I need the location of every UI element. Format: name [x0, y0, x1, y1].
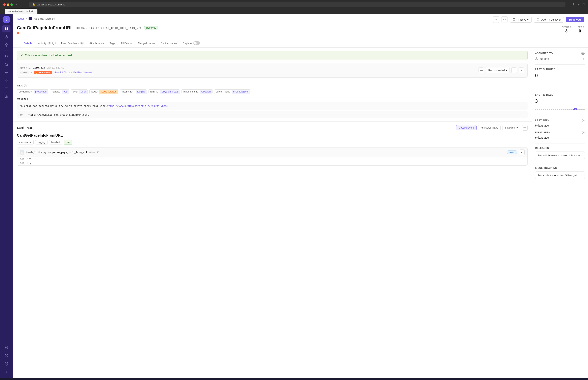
next-event-button[interactable]: ›	[519, 68, 524, 73]
event-id-row: Event ID: 1bb77229 Jan 10, 8:30 AM	[20, 66, 93, 69]
breadcrumb: Issues › D RSS-READER-14	[17, 17, 55, 20]
var-external-icon: ↗	[523, 114, 525, 116]
recommended-button[interactable]: Recommended ▾	[486, 68, 510, 73]
sidebar-icon-performance[interactable]	[2, 33, 10, 40]
tag-handled[interactable]: handled yes	[50, 90, 69, 94]
sidebar-icon-settings[interactable]	[2, 360, 10, 367]
newest-button[interactable]: ↕ Newest ▾	[502, 125, 520, 130]
sidebar-icon-releases[interactable]	[2, 41, 10, 49]
svg-rect-10	[5, 81, 6, 82]
prev-event-button[interactable]: ‹	[511, 68, 517, 73]
tag-runtime[interactable]: runtime CPython 3.12.1	[149, 90, 180, 94]
sidebar-icon-stats[interactable]	[2, 93, 10, 100]
chevron-down-icon: ▾	[517, 126, 518, 129]
svg-rect-3	[7, 29, 8, 30]
tab-details[interactable]: Details	[21, 39, 35, 47]
back-button[interactable]: ‹	[15, 2, 18, 7]
main-panel: ✓ This issue has been marked as resolved…	[13, 48, 532, 378]
first-seen-info-icon[interactable]: ?	[582, 131, 585, 134]
discover-button[interactable]: Open in Discover	[534, 17, 564, 22]
tag-level[interactable]: level error	[71, 90, 88, 94]
user-avatar[interactable]: D	[3, 16, 10, 23]
view-full-trace-link[interactable]: View Full Trace: c16c039b (2 events)	[54, 71, 93, 74]
last-seen-info-icon[interactable]: ?	[582, 119, 585, 122]
breadcrumb-issues-link[interactable]: Issues	[17, 17, 25, 20]
tab-tags[interactable]: Tags	[107, 39, 118, 47]
assigned-gear-icon[interactable]	[581, 52, 585, 55]
sidebar-icon-alerts[interactable]	[2, 53, 10, 60]
tab-user-feedback[interactable]: User Feedback 0	[58, 39, 86, 47]
var-value: https://www.huxiu.com/article/2533944.ht…	[28, 114, 520, 116]
address-bar[interactable]: 🔒 darussianbearz.sentry.io	[29, 2, 566, 7]
tab-all-events[interactable]: All Events	[118, 39, 135, 47]
tag-environment[interactable]: environment production	[17, 90, 48, 94]
sidebar-icon-broadcast[interactable]	[2, 344, 10, 351]
forward-button[interactable]: ›	[19, 2, 22, 7]
message-link[interactable]: https://www.huxiu.com/article/2533944.ht…	[107, 105, 168, 107]
sidebar-icon-issues[interactable]	[2, 25, 10, 32]
exc-tag-true: true	[64, 140, 72, 144]
notifications-button[interactable]	[501, 16, 508, 23]
code-line-141: 141 """	[17, 157, 527, 161]
add-tab-icon[interactable]: ＋	[577, 2, 580, 7]
tags-info-icon[interactable]: ?	[24, 84, 27, 87]
breadcrumb-issue-id: RSS-READER-14	[34, 17, 55, 20]
sidebar-icon-collapse[interactable]	[2, 368, 10, 375]
chevron-down-icon: ▾	[527, 18, 529, 21]
sidebar-icon-projects[interactable]	[2, 85, 10, 92]
tracking-link[interactable]: Track this issue in Jira, GitHub, etc. ›	[535, 171, 585, 179]
full-stack-trace-button[interactable]: Full Stack Trace	[478, 125, 501, 130]
issue-subtitle: feeds.utils in parse_page_info_from_url	[75, 26, 142, 29]
users-count: 0	[576, 28, 584, 34]
last-24h-chart	[535, 80, 585, 86]
most-relevant-button[interactable]: Most Relevant	[456, 125, 477, 130]
sidebar-icon-dashboards[interactable]	[2, 77, 10, 84]
last-24h-value: 0	[535, 73, 585, 78]
stack-more-button[interactable]: •••	[522, 125, 528, 131]
assigned-to-value[interactable]: No one ∨	[535, 57, 585, 60]
project-icon: D	[29, 17, 32, 20]
event-more-button[interactable]: •••	[479, 68, 484, 73]
tag-server-name[interactable]: server_name b7984aa23c5f	[214, 90, 250, 94]
sidebar-icon-help[interactable]	[2, 352, 10, 359]
tab-replays[interactable]: Replays	[180, 39, 203, 47]
tag-logger[interactable]: logger feeds.services	[89, 90, 118, 94]
event-id: 1bb77229	[33, 66, 45, 69]
replays-toggle[interactable]	[193, 41, 200, 45]
last-24h-label: Last 24 Hours	[535, 68, 585, 71]
header-actions: ••• All Envs ▾ Open in Discover Resolved	[493, 16, 584, 23]
first-seen-value: 6 days ago	[535, 136, 585, 139]
browser-tab[interactable]: darussianbearz.sentry.io	[5, 9, 37, 14]
rp-divider-2	[535, 90, 585, 90]
tab-activity[interactable]: Activity 0 💬	[35, 39, 58, 47]
tag-mechanism[interactable]: mechanism logging	[120, 90, 147, 94]
resolved-button[interactable]: Resolved	[566, 17, 584, 22]
tab-similar-issues[interactable]: Similar Issues	[158, 39, 180, 47]
last-seen-label: Last Seen ?	[535, 119, 585, 122]
svg-point-5	[5, 63, 7, 65]
releases-section: Releases See which release caused this i…	[535, 147, 585, 159]
releases-chevron-icon: ›	[581, 154, 582, 157]
frame-file-icon: 📄	[20, 150, 24, 154]
sidebar-icon-profiling[interactable]	[2, 69, 10, 76]
releases-link[interactable]: See which release caused this issue ›	[535, 152, 585, 159]
sort-icon: ↕	[505, 126, 506, 129]
env-selector[interactable]: All Envs ▾	[510, 17, 532, 22]
frame-collapse-button[interactable]: ∧	[519, 150, 525, 155]
external-link-icon: ↗	[170, 105, 172, 107]
tracking-section: Issue Tracking Track this issue in Jira,…	[535, 167, 585, 179]
tab-attachments[interactable]: Attachments	[86, 39, 107, 47]
first-seen-label: First Seen ?	[535, 131, 585, 134]
tabs-icon[interactable]: ⧉	[583, 2, 585, 7]
tab-merged-issues[interactable]: Merged Issues	[135, 39, 158, 47]
event-block: Event ID: 1bb77229 Jan 10, 8:30 AM Root …	[17, 63, 528, 77]
sidebar-icon-discover[interactable]	[2, 61, 10, 68]
assigned-to-label: Assigned To	[535, 52, 585, 55]
users-label: USERS	[576, 26, 584, 28]
share-icon[interactable]: ⬆	[572, 2, 574, 7]
last-seen-value: 6 days ago	[535, 124, 585, 127]
svg-point-21	[583, 53, 584, 54]
event-id-label: Event ID:	[20, 66, 31, 69]
tag-runtime-name[interactable]: runtime.name CPython	[182, 90, 212, 94]
more-options-button[interactable]: •••	[493, 16, 499, 23]
